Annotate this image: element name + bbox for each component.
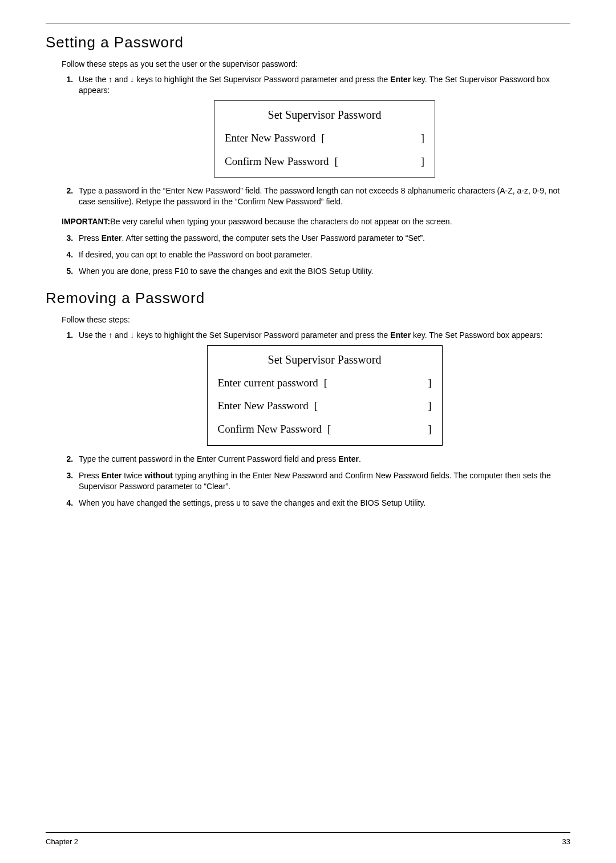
text: .: [359, 454, 361, 463]
steps-setting: Use the ↑ and ↓ keys to highlight the Se…: [46, 74, 570, 207]
bios-label: Enter New Password: [225, 132, 315, 145]
text: key. The Set Password box appears:: [411, 330, 542, 340]
text: Use the: [79, 330, 108, 340]
left-bracket-icon: [: [327, 423, 331, 436]
bios-row-enter-new: Enter New Password [ ]: [225, 132, 424, 145]
bios-title: Set Supervisor Password: [218, 353, 432, 366]
left-bracket-icon: [: [321, 132, 325, 145]
footer-page: 33: [562, 837, 570, 846]
bios-label: Enter current password: [218, 377, 318, 390]
enter-key: Enter: [102, 233, 122, 243]
step-2-3: Press Enter twice without typing anythin…: [75, 470, 570, 492]
steps-removing: Use the ↑ and ↓ keys to highlight the Se…: [46, 330, 570, 509]
text: and: [112, 330, 130, 340]
right-bracket-icon: ]: [421, 132, 424, 145]
intro-1: Follow these steps as you set the user o…: [46, 59, 570, 68]
text: Press: [79, 471, 102, 480]
footer: Chapter 2 33: [46, 832, 570, 846]
bios-input-confirm-new[interactable]: [ ]: [329, 155, 424, 168]
bios-row-enter-new: Enter New Password [ ]: [218, 400, 432, 413]
bios-box-remove: Set Supervisor Password Enter current pa…: [207, 345, 443, 446]
enter-key: Enter: [338, 454, 359, 463]
right-bracket-icon: ]: [428, 377, 431, 390]
bios-label: Confirm New Password: [225, 155, 329, 168]
left-bracket-icon: [: [335, 155, 338, 168]
bios-row-current: Enter current password [ ]: [218, 377, 432, 390]
intro-2: Follow these steps:: [46, 315, 570, 324]
bios-input-current[interactable]: [ ]: [318, 377, 432, 390]
bios-row-confirm-new: Confirm New Password [ ]: [218, 423, 432, 436]
text: and: [112, 75, 130, 84]
enter-key: Enter: [390, 75, 411, 84]
text: keys to highlight the Set Supervisor Pas…: [134, 330, 390, 340]
content: Setting a Password Follow these steps as…: [46, 23, 570, 509]
footer-chapter: Chapter 2: [46, 837, 78, 846]
steps-setting-cont: Press Enter. After setting the password,…: [46, 233, 570, 277]
text: Press: [79, 233, 102, 243]
bios-box-set: Set Supervisor Password Enter New Passwo…: [214, 100, 435, 178]
heading-removing-password: Removing a Password: [46, 289, 570, 307]
right-bracket-icon: ]: [428, 423, 431, 436]
step-1-4: If desired, you can opt to enable the Pa…: [75, 249, 570, 260]
step-1-1: Use the ↑ and ↓ keys to highlight the Se…: [75, 74, 570, 178]
text: . After setting the password, the comput…: [121, 233, 424, 243]
bios-input-enter-new[interactable]: [ ]: [315, 132, 424, 145]
heading-setting-password: Setting a Password: [46, 34, 570, 51]
bios-label: Enter New Password: [218, 400, 309, 413]
step-2-1: Use the ↑ and ↓ keys to highlight the Se…: [75, 330, 570, 446]
bios-label: Confirm New Password: [218, 423, 322, 436]
left-bracket-icon: [: [314, 400, 318, 413]
step-1-2: Type a password in the “Enter New Passwo…: [75, 185, 570, 207]
important-label: IMPORTANT:: [62, 217, 110, 226]
left-bracket-icon: [: [324, 377, 327, 390]
page: Setting a Password Follow these steps as…: [0, 0, 616, 863]
bottom-rule: [46, 832, 570, 833]
important-text: Be very careful when typing your passwor…: [110, 217, 452, 226]
bios-input-enter-new[interactable]: [ ]: [309, 400, 432, 413]
text: twice: [121, 471, 144, 480]
right-bracket-icon: ]: [421, 155, 424, 168]
enter-key: Enter: [102, 471, 122, 480]
text: Use the: [79, 75, 108, 84]
step-2-4: When you have changed the settings, pres…: [75, 498, 570, 509]
important-note: IMPORTANT:Be very careful when typing yo…: [46, 216, 570, 227]
step-1-3: Press Enter. After setting the password,…: [75, 233, 570, 244]
step-2-2: Type the current password in the Enter C…: [75, 454, 570, 465]
without: without: [144, 471, 173, 480]
step-1-5: When you are done, press F10 to save the…: [75, 266, 570, 277]
footer-row: Chapter 2 33: [46, 837, 570, 846]
bios-row-confirm-new: Confirm New Password [ ]: [225, 155, 424, 168]
text: Type the current password in the Enter C…: [79, 454, 338, 463]
bios-input-confirm-new[interactable]: [ ]: [322, 423, 431, 436]
enter-key: Enter: [390, 330, 411, 340]
text: keys to highlight the Set Supervisor Pas…: [134, 75, 390, 84]
bios-title: Set Supervisor Password: [225, 108, 424, 122]
right-bracket-icon: ]: [428, 400, 431, 413]
